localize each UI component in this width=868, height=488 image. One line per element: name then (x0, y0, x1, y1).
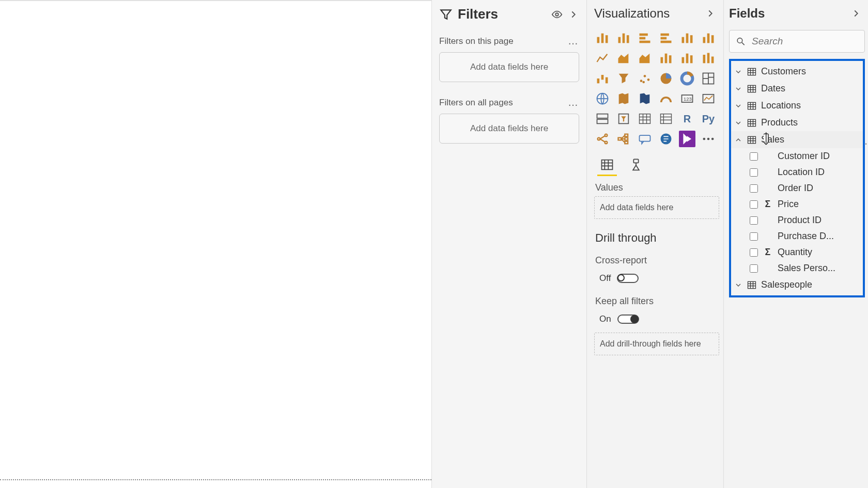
viz-line[interactable] (594, 50, 611, 67)
report-canvas[interactable] (0, 0, 431, 488)
svg-rect-66 (625, 134, 628, 137)
field-order-id[interactable]: ΣOrder ID (731, 180, 863, 196)
viz-slicer[interactable] (615, 111, 632, 127)
svg-rect-13 (682, 37, 685, 43)
viz-powerapps[interactable] (679, 131, 695, 147)
viz-stacked100-col[interactable] (700, 30, 717, 46)
viz-narrative[interactable] (658, 131, 674, 147)
viz-clustered-bar-h[interactable] (658, 30, 674, 46)
svg-rect-11 (661, 37, 667, 40)
field-checkbox[interactable] (750, 168, 758, 177)
viz-treemap[interactable] (700, 70, 717, 87)
table-salespeople[interactable]: Salespeople (731, 276, 863, 293)
field-checkbox[interactable] (750, 184, 758, 193)
viz-py[interactable]: Py (700, 111, 717, 127)
format-tab[interactable] (626, 158, 646, 176)
field-checkbox[interactable] (750, 200, 758, 209)
viz-waterfall[interactable] (594, 70, 611, 87)
viz-map[interactable] (594, 90, 611, 107)
viz-card[interactable]: 123 (679, 90, 695, 107)
values-dropzone[interactable]: Add data fields here (594, 196, 719, 219)
svg-rect-102 (748, 136, 756, 143)
field-checkbox[interactable] (750, 216, 758, 225)
viz-shape-map[interactable] (637, 90, 653, 107)
viz-stacked100-bar[interactable] (679, 30, 695, 46)
svg-rect-10 (661, 34, 669, 36)
table-sales[interactable]: Sales (731, 131, 863, 148)
viz-more[interactable] (700, 131, 717, 147)
viz-area[interactable] (615, 50, 632, 67)
field-checkbox[interactable] (750, 232, 758, 241)
table-sales-more[interactable]: … (864, 134, 868, 148)
viz-line-col[interactable] (658, 50, 674, 67)
svg-rect-23 (686, 54, 689, 64)
svg-rect-9 (640, 41, 650, 43)
table-dates[interactable]: Dates (731, 80, 863, 97)
cross-report-toggle[interactable] (617, 274, 639, 283)
table-products[interactable]: Products (731, 114, 863, 131)
cross-report-state: Off (599, 273, 611, 284)
viz-multi-card[interactable] (594, 111, 611, 127)
field-sales-perso-[interactable]: ΣSales Perso... (731, 260, 863, 276)
viz-gauge[interactable] (658, 90, 674, 107)
fields-search[interactable] (729, 30, 865, 53)
svg-rect-16 (703, 37, 706, 43)
field-customer-id[interactable]: ΣCustomer ID (731, 148, 863, 164)
field-price[interactable]: ΣPrice (731, 196, 863, 212)
viz-stacked-area[interactable] (637, 50, 653, 67)
keep-filters-toggle[interactable] (617, 314, 639, 324)
viz-matrix[interactable] (658, 111, 674, 127)
viz-decomp[interactable] (615, 131, 632, 147)
viz-scatter[interactable] (637, 70, 653, 87)
eye-icon[interactable] (551, 9, 563, 20)
svg-rect-18 (711, 35, 714, 43)
filters-all-pages-dropzone[interactable]: Add data fields here (439, 114, 579, 144)
svg-rect-79 (633, 159, 638, 163)
table-locations[interactable]: Locations (731, 97, 863, 114)
values-label: Values (595, 182, 719, 193)
collapse-filters-icon[interactable] (568, 9, 579, 20)
table-customers[interactable]: Customers (731, 63, 863, 80)
svg-point-71 (703, 138, 706, 140)
filters-this-page-more[interactable]: … (568, 35, 579, 47)
fields-search-input[interactable] (752, 36, 858, 47)
filters-all-pages-more[interactable]: … (568, 97, 579, 108)
viz-key-influencers[interactable] (594, 131, 611, 147)
svg-point-31 (640, 80, 643, 82)
viz-line-col2[interactable] (679, 50, 695, 67)
field-product-id[interactable]: ΣProduct ID (731, 212, 863, 228)
viz-filled-map[interactable] (615, 90, 632, 107)
viz-ribbon[interactable] (700, 50, 717, 67)
viz-donut[interactable] (679, 70, 695, 87)
field-purchase-d-[interactable]: ΣPurchase D... (731, 228, 863, 244)
cross-report-label: Cross-report (595, 255, 719, 266)
field-checkbox[interactable] (750, 248, 758, 257)
svg-rect-6 (627, 35, 629, 43)
svg-rect-68 (625, 141, 628, 144)
drillthrough-dropzone[interactable]: Add drill-through fields here (594, 333, 719, 355)
viz-r[interactable]: R (679, 111, 695, 127)
field-location-id[interactable]: ΣLocation ID (731, 164, 863, 180)
svg-rect-25 (703, 55, 706, 63)
viz-qa[interactable] (637, 131, 653, 147)
svg-rect-3 (606, 35, 608, 43)
viz-pie[interactable] (658, 70, 674, 87)
field-quantity[interactable]: ΣQuantity (731, 244, 863, 260)
filters-all-pages-label: Filters on all pages (439, 98, 513, 108)
viz-kpi[interactable] (700, 90, 717, 107)
collapse-fields-icon[interactable] (850, 8, 862, 19)
fields-tab[interactable] (597, 158, 617, 176)
filters-header: Filters (439, 6, 579, 22)
viz-stacked-bar[interactable] (594, 30, 611, 46)
viz-stacked-bar-h[interactable] (637, 30, 653, 46)
viz-funnel[interactable] (615, 70, 632, 87)
field-checkbox[interactable] (750, 264, 758, 273)
filters-this-page-dropzone[interactable]: Add data fields here (439, 52, 579, 82)
collapse-viz-icon[interactable] (705, 8, 716, 19)
viz-clustered-bar[interactable] (615, 30, 632, 46)
viz-table[interactable] (637, 111, 653, 127)
svg-point-58 (605, 134, 608, 137)
svg-rect-1 (597, 37, 600, 43)
svg-rect-46 (597, 119, 608, 123)
field-checkbox[interactable] (750, 152, 758, 161)
